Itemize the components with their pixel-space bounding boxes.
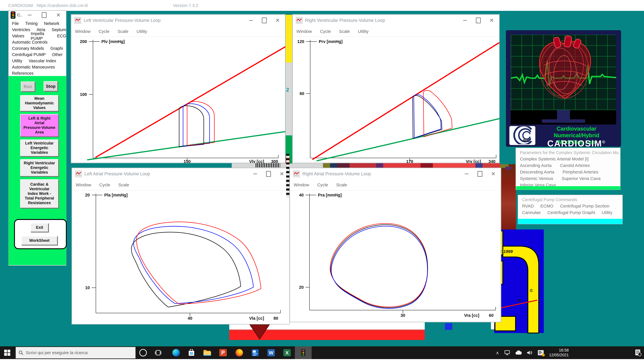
volume-icon[interactable] — [527, 350, 532, 355]
mean-haemodynamic-button[interactable]: Mean Haemodynamic Values — [20, 95, 59, 111]
menu-peripheral-arteries[interactable]: Peripheral Arteries — [562, 170, 598, 174]
menu-scale[interactable]: Scale — [118, 182, 129, 187]
menu-complex-systemic-arterial-model[interactable]: Complex Systemic Arterial Model [I] — [520, 156, 588, 162]
menu-ventricles[interactable]: Ventricles — [12, 27, 30, 32]
menu-automatic-controls[interactable]: Automatic Controls — [12, 40, 48, 44]
firefox-icon[interactable] — [235, 348, 244, 357]
input-language-icon[interactable] — [538, 350, 544, 356]
maximize-icon[interactable] — [37, 9, 52, 21]
la-ymid-label: 10 — [85, 286, 90, 290]
menu-impella-pump[interactable]: Impella PUMP — [31, 31, 51, 41]
powerpoint-icon[interactable]: P — [219, 348, 227, 357]
menu-carotid-arteries[interactable]: Carotid Arteries — [560, 163, 590, 168]
minimize-icon[interactable] — [248, 168, 262, 180]
file-explorer-icon[interactable] — [203, 348, 212, 357]
search-input[interactable] — [26, 350, 119, 355]
menu-window[interactable]: Window — [76, 182, 91, 187]
menu-window[interactable]: Window — [294, 182, 309, 187]
menu-coronary-models[interactable]: Coronary Models — [12, 46, 44, 51]
menu-scale[interactable]: Scale — [336, 182, 347, 187]
blue-app-icon[interactable] — [251, 348, 260, 357]
exit-button[interactable]: Exit — [30, 223, 48, 232]
menu-superior-vena-cava[interactable]: Superior Vena Cava — [562, 176, 600, 181]
menu-file[interactable]: File — [12, 21, 19, 26]
maximize-icon[interactable] — [472, 14, 485, 26]
start-button[interactable] — [2, 348, 12, 357]
minimize-icon[interactable] — [22, 9, 37, 21]
desktop-stage: CARDIOSIM https://cardiosim.dsb.cnr.it/ … — [0, 0, 644, 364]
menu-valves[interactable]: Valves — [12, 34, 24, 38]
taskbar-search[interactable] — [16, 347, 136, 358]
menu-ecg[interactable]: ECG — [57, 34, 66, 38]
store-icon[interactable] — [187, 348, 196, 357]
close-icon[interactable]: ✕ — [485, 14, 498, 26]
menu-ecmo[interactable]: ECMO — [540, 204, 554, 208]
menu-cycle[interactable]: Cycle — [98, 29, 110, 34]
menu-rvad[interactable]: RVAD — [522, 204, 534, 208]
menu-cannulae[interactable]: Cannulae — [522, 210, 540, 215]
tray-clock[interactable]: 16:58 12/05/2021 — [549, 348, 569, 358]
menu-utility[interactable]: Utility — [136, 29, 147, 34]
rv-loop-black — [412, 96, 442, 138]
control-titlebar[interactable]: C.. ✕ — [8, 10, 66, 20]
menu-centrifugal-pump-graphi[interactable]: Centrifugal Pump Graphi — [547, 210, 595, 215]
menu-centrifugal-pump[interactable]: Centrifugal PUMP — [12, 52, 46, 57]
menu-ascending-aorta[interactable]: Ascending Aorta — [520, 163, 552, 168]
onedrive-cloud-icon[interactable] — [515, 350, 522, 355]
menu-vascular-index[interactable]: Vascular Index — [29, 58, 56, 63]
menu-systemic-venous[interactable]: Systemic Venous — [520, 176, 553, 181]
menu-scale[interactable]: Scale — [118, 29, 128, 34]
menu-cycle[interactable]: Cycle — [320, 29, 331, 34]
menu-septum[interactable]: Septum — [52, 27, 66, 32]
run-button[interactable]: Run — [21, 82, 35, 92]
minimize-icon[interactable] — [458, 14, 472, 26]
atrial-pv-area-button[interactable]: Left & Right Atrial Pressure-Volume Area — [20, 114, 59, 137]
cortana-icon[interactable] — [139, 348, 148, 357]
lv-yaxis-label: Plv [mmHg] — [101, 39, 125, 44]
action-center-icon[interactable]: 1 — [635, 349, 642, 356]
edge-icon[interactable] — [172, 348, 180, 357]
task-view-icon[interactable] — [154, 348, 162, 357]
cardiosim-taskbar-button[interactable] — [295, 346, 312, 359]
svg-text:IFC: IFC — [523, 138, 530, 143]
la-titlebar[interactable]: Left Atrial Pressure-Volume Loop ✕ — [72, 168, 289, 180]
menu-scale[interactable]: Scale — [339, 29, 350, 34]
close-icon[interactable]: ✕ — [271, 14, 284, 26]
close-icon[interactable]: ✕ — [52, 9, 65, 21]
maximize-icon[interactable] — [258, 14, 271, 26]
menu-window[interactable]: Window — [75, 29, 90, 34]
word-icon[interactable]: W — [267, 348, 276, 357]
ra-loop-blue — [331, 226, 427, 308]
menu-automatic-manoeuvres[interactable]: Automatic Manoeuvres — [12, 65, 55, 70]
rv-pv-loop-window: Right Ventricular Pressure-Volume Loop ✕… — [292, 14, 500, 163]
rv-titlebar[interactable]: Right Ventricular Pressure-Volume Loop ✕ — [293, 14, 499, 26]
maximize-icon[interactable] — [262, 168, 275, 180]
stop-button[interactable]: Stop — [44, 81, 58, 91]
rv-energetic-button[interactable]: Right Ventricular Energetic Variables — [20, 159, 59, 176]
menu-graphi[interactable]: Graphi — [50, 46, 63, 51]
menu-centrifugal-pump-section[interactable]: Centrifugal Pump Section — [560, 204, 610, 208]
pc-network-icon[interactable] — [504, 350, 510, 355]
minimize-icon[interactable] — [244, 14, 258, 26]
cardiac-index-work-button[interactable]: Cardiac & Ventricular Index Work - Total… — [20, 179, 59, 208]
lv-titlebar[interactable]: Left Ventricular Pressure-Volume Loop ✕ — [71, 14, 285, 26]
maximize-icon[interactable] — [473, 168, 486, 180]
menu-other[interactable]: Other — [52, 52, 62, 57]
lv-energetic-button[interactable]: Left Ventricular Energetic Variables — [20, 140, 59, 156]
menu-utility[interactable]: Utility — [12, 58, 22, 63]
menu-cycle[interactable]: Cycle — [99, 182, 110, 187]
tray-chevron-icon[interactable]: ∧ — [496, 350, 499, 355]
menu-references[interactable]: References — [12, 71, 34, 76]
worksheet-button[interactable]: WorkSheet — [21, 236, 58, 245]
minimize-icon[interactable] — [460, 168, 473, 180]
menu-descending-aorta[interactable]: Descending Aorta — [520, 170, 554, 174]
menu-pump-utility[interactable]: Utility — [602, 210, 612, 215]
menu-window[interactable]: Window — [296, 29, 312, 34]
ra-titlebar[interactable]: Right Atrial Pressure-Volume Loop ✕ — [290, 168, 501, 180]
menu-timing[interactable]: Timing — [25, 21, 38, 26]
menu-cycle[interactable]: Cycle — [317, 182, 328, 187]
excel-icon[interactable]: X — [283, 348, 291, 357]
menu-utility[interactable]: Utility — [358, 29, 368, 34]
menu-network[interactable]: Network — [44, 21, 59, 26]
close-icon[interactable]: ✕ — [486, 168, 500, 180]
